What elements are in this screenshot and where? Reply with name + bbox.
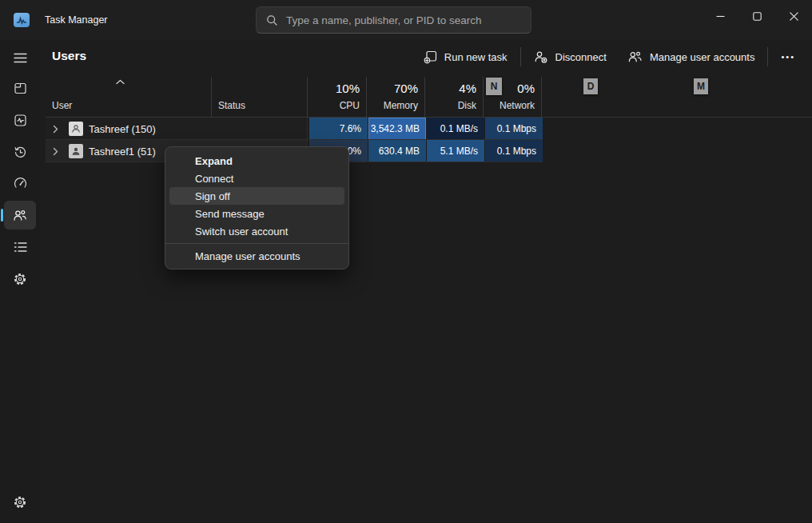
context-menu-item-send-message[interactable]: Send message <box>165 205 348 222</box>
window-controls <box>702 0 812 32</box>
cpu-total-percent: 10% <box>336 82 360 95</box>
processes-icon <box>14 82 27 95</box>
sidebar-item-performance[interactable] <box>4 106 36 134</box>
more-options-button[interactable]: ••• <box>770 43 806 70</box>
memory-total-percent: 70% <box>394 82 418 95</box>
cpu-cell: 7.6% <box>309 118 368 140</box>
disk-cell: 0.1 MB/s <box>427 118 484 140</box>
context-menu-item-connect[interactable]: Connect <box>165 170 348 187</box>
search-input[interactable]: Type a name, publisher, or PID to search <box>256 6 531 34</box>
network-total-percent: 0% <box>517 82 535 95</box>
title-bar: Task Manager Type a name, publisher, or … <box>0 0 812 40</box>
selected-accent-bar <box>1 209 3 222</box>
manage-user-accounts-icon <box>627 50 643 64</box>
context-menu-separator <box>165 243 348 244</box>
context-menu-item-expand[interactable]: Expand <box>165 152 348 170</box>
sidebar-item-app-history[interactable] <box>4 138 36 166</box>
column-label-cpu: CPU <box>340 100 360 111</box>
app-history-icon <box>14 146 27 159</box>
hamburger-menu-button[interactable] <box>4 43 36 72</box>
expand-chevron-icon[interactable] <box>53 147 58 156</box>
user-avatar <box>69 144 83 158</box>
column-header-disk[interactable]: 4% Disk <box>425 77 484 117</box>
sidebar-item-users[interactable] <box>4 201 36 230</box>
keytip-d: D <box>583 78 598 94</box>
toolbar: Run new task Disconnect Manage user acco… <box>413 42 806 71</box>
toolbar-separator <box>520 47 521 66</box>
toolbar-separator <box>767 47 768 66</box>
user-row[interactable]: Tashreef (150) 7.6% 3,542.3 MB 0.1 MB/s … <box>46 118 812 140</box>
network-cell: 0.1 Mbps <box>485 140 543 162</box>
search-icon <box>266 14 278 26</box>
column-header-memory[interactable]: 70% Memory <box>367 77 425 117</box>
disk-cell: 5.1 MB/s <box>427 140 484 162</box>
sort-ascending-icon <box>116 79 125 85</box>
disconnect-label: Disconnect <box>555 51 607 63</box>
app-logo-icon <box>14 13 30 27</box>
column-label-disk: Disk <box>458 100 476 111</box>
context-menu-item-sign-off[interactable]: Sign off <box>169 187 344 205</box>
hamburger-icon <box>14 53 27 63</box>
settings-button[interactable] <box>4 488 36 517</box>
sidebar-item-startup-apps[interactable] <box>4 169 36 198</box>
manage-user-accounts-label: Manage user accounts <box>650 51 755 63</box>
context-menu-item-manage-user-accounts[interactable]: Manage user accounts <box>165 247 348 265</box>
minimize-button[interactable] <box>702 0 738 32</box>
context-menu: Expand Connect Sign off Send message Swi… <box>165 146 349 269</box>
user-name: Tashreef (150) <box>89 123 156 135</box>
run-new-task-icon <box>424 50 437 64</box>
details-icon <box>14 242 27 253</box>
memory-cell: 630.4 MB <box>368 140 426 162</box>
column-label-user: User <box>52 100 72 111</box>
task-manager-window: Task Manager Type a name, publisher, or … <box>0 0 812 523</box>
context-menu-item-switch-user-account[interactable]: Switch user account <box>165 222 348 240</box>
sidebar-item-processes[interactable] <box>4 74 36 102</box>
disconnect-button[interactable]: Disconnect <box>523 43 617 70</box>
disconnect-icon <box>534 50 548 64</box>
search-placeholder: Type a name, publisher, or PID to search <box>286 14 482 26</box>
manage-user-accounts-button[interactable]: Manage user accounts <box>617 43 766 70</box>
disk-total-percent: 4% <box>459 82 476 95</box>
run-new-task-label: Run new task <box>444 51 508 63</box>
users-icon <box>13 209 27 222</box>
performance-icon <box>14 114 27 127</box>
startup-apps-icon <box>14 177 27 190</box>
page-title: Users <box>52 49 86 63</box>
keytip-network: N <box>486 78 502 95</box>
user-row[interactable]: Tashreef1 (51) 0% 630.4 MB 5.1 MB/s 0.1 … <box>46 140 812 162</box>
close-button[interactable] <box>775 0 812 32</box>
column-label-network: Network <box>500 100 535 111</box>
keytip-m: M <box>694 78 708 94</box>
column-header-user[interactable]: User <box>46 77 212 117</box>
more-options-icon: ••• <box>781 52 795 62</box>
window-title: Task Manager <box>45 14 108 26</box>
settings-gear-icon <box>13 495 27 509</box>
column-header-status[interactable]: Status <box>212 77 308 117</box>
network-cell: 0.1 Mbps <box>485 118 543 140</box>
sidebar-item-details[interactable] <box>4 233 36 262</box>
navigation-sidebar <box>0 40 40 523</box>
column-label-status: Status <box>218 100 245 111</box>
expand-chevron-icon[interactable] <box>53 125 58 134</box>
column-label-memory: Memory <box>384 100 418 111</box>
memory-cell: 3,542.3 MB <box>368 118 426 140</box>
services-icon <box>13 272 27 286</box>
run-new-task-button[interactable]: Run new task <box>413 43 518 70</box>
sidebar-item-services[interactable] <box>4 265 36 293</box>
user-name: Tashreef1 (51) <box>89 146 156 158</box>
user-avatar <box>69 122 83 136</box>
maximize-button[interactable] <box>738 0 775 32</box>
column-header-cpu[interactable]: 10% CPU <box>308 77 367 117</box>
